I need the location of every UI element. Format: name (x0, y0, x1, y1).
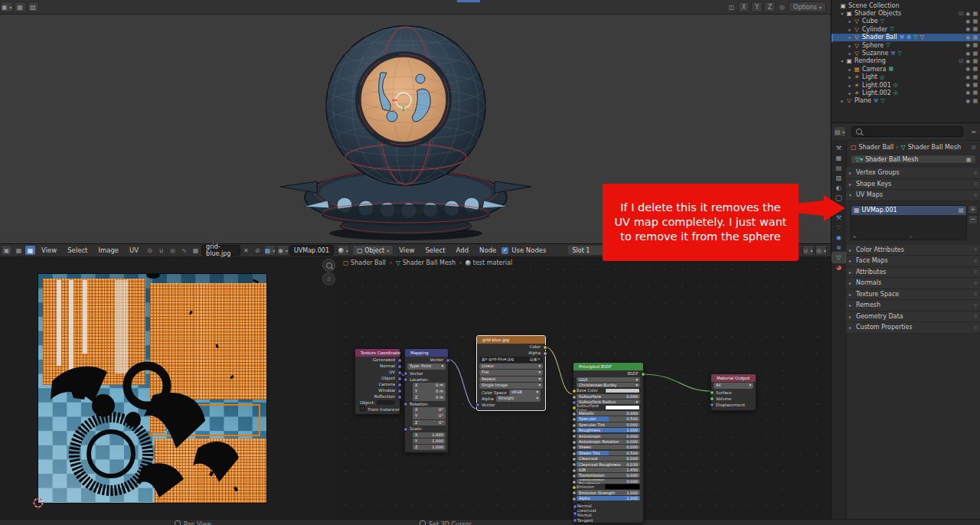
bsdf-property-row[interactable]: Transmission Transmission0.000 Transmiss… (573, 473, 643, 478)
properties-tab[interactable]: ◐ (832, 183, 845, 193)
node-mapping[interactable]: Mapping Vector Type: Point▾ Vector Locat… (404, 348, 449, 453)
properties-panel-header[interactable]: ▸Texture Space≡ (846, 289, 980, 301)
expand-caret-icon[interactable]: ▸ (847, 74, 853, 80)
hide-eye-icon[interactable]: ◉ (965, 18, 970, 24)
disable-render-icon[interactable]: ▦ (972, 90, 978, 96)
expand-caret-icon[interactable]: ▸ (847, 18, 853, 24)
pan-hand-icon[interactable]: ☝ (322, 272, 335, 285)
bsdf-property-row[interactable]: Subsurface Color Subsurface Color Subsur… (573, 405, 643, 410)
menu-node[interactable]: Node (474, 244, 501, 256)
properties-panel-header[interactable]: ▸Remesh≡ (846, 300, 980, 311)
bsdf-property-row[interactable]: Christensen-Burley Christensen-Burley Ch… (573, 382, 643, 387)
bsdf-property-row[interactable]: Anisotropic Anisotropic0.000 Anisotropic… (573, 433, 643, 439)
outliner-row[interactable]: ▸ ▽ Cylinder ▽ ◉ ▦ (831, 25, 980, 33)
expand-caret-icon[interactable]: ▸ (847, 43, 853, 48)
location-value-field[interactable]: Z0 m (413, 395, 446, 401)
disable-render-icon[interactable]: ▦ (972, 51, 978, 57)
hide-eye-icon[interactable]: ◉ (965, 82, 970, 88)
shader-type-dropdown[interactable]: ▢ Object▾ (352, 245, 394, 256)
node-input-socket[interactable]: Surface (711, 390, 756, 396)
hide-eye-icon[interactable]: ◉ (965, 34, 970, 41)
bsdf-property-row[interactable]: Clearcoat Clearcoat0.000 Clearcoat▾ (573, 455, 643, 461)
editor-type-icon[interactable]: ▤▾ (834, 126, 846, 137)
properties-panel-header[interactable]: ▸Shape Keys≡ (846, 179, 980, 191)
bsdf-property-row[interactable]: Specular Tint Specular Tint0.000 Specula… (573, 422, 643, 427)
exclude-checkbox-icon[interactable]: ☑ (959, 11, 963, 17)
outliner-row[interactable]: ▸ ☀ Light.001 ◎ ◉ ▦ (831, 81, 980, 89)
outliner-row[interactable]: ▸ ▦ Camera ▦ ◉ ▦ (831, 65, 980, 73)
image-option-dropdown[interactable]: Linear▾ (479, 364, 543, 370)
hide-eye-icon[interactable]: ◉ (965, 51, 970, 57)
image-datablock-field[interactable]: ▦▾ grid-blue.jpg ▤▣✕ (479, 357, 543, 363)
outliner-row[interactable]: ▸ ☀ Light ◎ ◉ ▦ (831, 73, 980, 81)
outliner-row[interactable]: ▸ ▽ Suzanne ⚒ ▽ ◉ ▦ (831, 49, 980, 57)
expand-caret-icon[interactable]: ▸ (847, 27, 853, 32)
location-value-field[interactable]: X0 m (413, 383, 446, 389)
bsdf-property-row[interactable]: Specular Specular0.500 Specular▾ (573, 416, 643, 422)
bsdf-property-row[interactable]: Sheen Sheen0.000 Sheen▾ (573, 445, 643, 450)
outliner-row[interactable]: ▾ ▣ Rendering ☑ ◉ ▦ (831, 57, 980, 65)
hide-eye-icon[interactable]: ◉ (965, 42, 970, 48)
outliner-row[interactable]: ▾ ▣ Shader Objects ☑ ◉ ▦ (831, 9, 980, 17)
pivot-icon[interactable]: ⊙ (145, 246, 155, 255)
node-header[interactable]: Material Output (711, 374, 756, 382)
disable-render-icon[interactable]: ▦ (972, 42, 978, 48)
node-input-socket[interactable]: Vector (477, 402, 545, 408)
node-header[interactable]: Principled BSDF (573, 363, 643, 370)
expand-caret-icon[interactable]: ▾ (839, 11, 845, 16)
rotation-value-field[interactable]: X0° (413, 407, 446, 413)
location-value-field[interactable]: Y0 m (413, 389, 446, 395)
node-principled-bsdf[interactable]: Principled BSDF BSDF GGX GGX GGX▾ Christ… (573, 362, 644, 523)
node-input-socket[interactable]: Vector (405, 370, 448, 377)
unlink-image-icon[interactable]: ✕ (241, 246, 251, 255)
rotation-value-field[interactable]: Z0° (413, 420, 446, 426)
filter-icon[interactable]: ≡ (969, 127, 978, 136)
properties-tab[interactable]: ▧ (832, 173, 845, 183)
uv-map-list[interactable]: ▦ UVMap.001 ▦ ▸ ≡ (851, 205, 967, 240)
bsdf-property-row[interactable]: Roughness Roughness1.000 Roughness▾ (573, 428, 643, 433)
disable-render-icon[interactable]: ▦ (972, 98, 978, 104)
color-space-row[interactable]: Color Space sRGB▾ (477, 390, 545, 396)
node-output-socket[interactable]: UV (355, 369, 400, 375)
disable-render-icon[interactable]: ▦ (972, 58, 978, 64)
properties-tab[interactable]: ⊗ (832, 243, 845, 253)
menu-image[interactable]: Image (93, 244, 124, 256)
menu-uv[interactable]: UV (124, 244, 144, 256)
disable-render-icon[interactable]: ▦ (972, 66, 978, 72)
mapping-type-dropdown[interactable]: Type: Point▾ (407, 364, 446, 370)
expand-caret-icon[interactable]: ▸ (847, 83, 853, 88)
uv-image-editor[interactable]: ▣ ▦ ▦ View Select Image UV ⊙ ∪ ◎ ∿ ▦ gri… (0, 243, 338, 520)
scale-value-field[interactable]: Z1.000 (413, 445, 446, 451)
node-output-socket[interactable]: Object (355, 375, 400, 381)
disable-render-icon[interactable]: ▦ (972, 18, 978, 24)
node-input-socket[interactable]: Volume (711, 396, 756, 402)
display-channels-icon[interactable]: ▦▾ (264, 245, 276, 256)
node-output-socket[interactable]: BSDF (573, 370, 643, 377)
disable-render-icon[interactable]: ▦ (972, 11, 978, 17)
mesh-name-field[interactable]: ▽▾Shader Ball Mesh ▣ (851, 155, 976, 164)
exclude-checkbox-icon[interactable]: ☑ (959, 58, 963, 64)
outliner-row[interactable]: ▸ ☀ Light.002 ◎ ◉ ▦ (831, 89, 980, 96)
shading-icon[interactable]: ▧ (28, 2, 39, 12)
list-expand-icon[interactable]: ▸ (854, 233, 856, 239)
bsdf-property-row[interactable]: Subsurface Subsurface0.000 Subsurface▾ (573, 393, 643, 399)
node-output-socket[interactable]: Normal (355, 363, 400, 369)
hide-eye-icon[interactable]: ◉ (965, 90, 970, 96)
outliner-row[interactable]: ▸ ▽ Plane ⚒ ▽ ◉ ▦ (831, 97, 980, 105)
axis-y-button[interactable]: Y (751, 2, 763, 12)
bsdf-property-row[interactable]: Clearcoat Normal Clearcoat Normal Clearc… (573, 509, 584, 516)
image-option-dropdown[interactable]: Repeat▾ (479, 377, 543, 383)
mode-icon[interactable]: ▦ (15, 2, 26, 12)
from-instancer-checkbox[interactable]: From Instancer (355, 406, 400, 412)
properties-panel-header[interactable]: ▸Normals≡ (846, 278, 980, 289)
bsdf-property-row[interactable]: Transmission Roughness Transmission Roug… (573, 478, 643, 484)
bsdf-property-row[interactable]: Clearcoat Roughness Clearcoat Roughness0… (573, 461, 643, 467)
proportional-edit-icon[interactable]: ◎ (777, 2, 787, 11)
outliner[interactable]: ▣ Scene Collection ▾ ▣ Shader Objects (831, 0, 980, 122)
bsdf-property-row[interactable]: GGX GGX GGX▾ (573, 377, 643, 382)
uvmap-selector[interactable]: UVMap.001 (289, 245, 334, 256)
alpha-mode-row[interactable]: Alpha Straight▾ (477, 396, 545, 402)
axis-x-button[interactable]: X (738, 2, 750, 12)
disable-render-icon[interactable]: ▦ (972, 82, 978, 88)
properties-panel-header[interactable]: ▸Color Attributes≡ (846, 245, 980, 256)
